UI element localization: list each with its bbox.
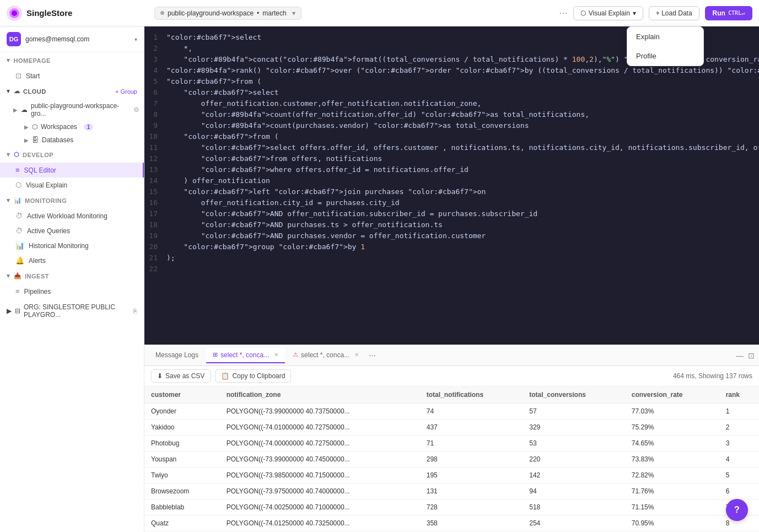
load-data-button[interactable]: + Load Data xyxy=(649,6,699,20)
historical-icon: 📊 xyxy=(15,241,24,250)
sidebar-item-visual-explain[interactable]: ⬡ Visual Explain xyxy=(0,178,144,192)
message-logs-label: Message Logs xyxy=(155,351,198,359)
topbar: SingleStore public-playground-workspace … xyxy=(0,0,759,26)
sidebar: DG gomes@memsql.com ▾ ▾ HOMEPAGE ⊡ Start… xyxy=(0,26,144,532)
code-line: 10 "color:#cba6f7">from ( xyxy=(144,131,759,142)
line-number: 17 xyxy=(144,208,166,219)
help-button[interactable]: ? xyxy=(726,499,748,521)
line-number: 11 xyxy=(144,142,166,153)
table-cell-rank: 3 xyxy=(719,436,759,452)
homepage-section-header[interactable]: ▾ HOMEPAGE xyxy=(0,52,144,68)
code-line: 8 "color:#89b4fa">count(offer_notificati… xyxy=(144,109,759,120)
table-header: customer notification_zone total_notific… xyxy=(144,386,759,404)
col-total-conversions: total_conversions xyxy=(523,386,625,404)
ingest-section-header[interactable]: ▾ 📥 INGEST xyxy=(0,268,144,284)
minimize-icon[interactable]: — xyxy=(736,351,744,360)
maximize-icon[interactable]: ⊡ xyxy=(748,351,755,360)
table-cell-total-conversions: 220 xyxy=(523,452,625,467)
tab-message-logs[interactable]: Message Logs xyxy=(149,348,205,363)
sidebar-item-active-workload[interactable]: ⏱ Active Workload Monitoring xyxy=(0,208,144,223)
workspace-status-dot xyxy=(160,11,164,15)
table-cell-total-notifications: 298 xyxy=(420,452,523,467)
line-content: "color:#cba6f7">select offers.offer_id, … xyxy=(166,142,759,153)
run-button[interactable]: Run CTRL↵ xyxy=(705,6,752,20)
tab-result-1-label: select *, conca... xyxy=(220,351,269,359)
table-cell-rank: 1 xyxy=(719,404,759,420)
table-cell-notification-zone: POLYGON((-73.97500000 40.74000000... xyxy=(220,483,420,499)
table-row: TwiyoPOLYGON((-73.98500000 40.71500000..… xyxy=(144,467,759,483)
databases-label: Databases xyxy=(42,136,73,144)
cloud-workspace-item[interactable]: ▶ ☁ public-playground-workspace-gro... ⚙ xyxy=(9,99,144,120)
workspace-selector[interactable]: public-playground-workspace • martech ▾ xyxy=(154,7,302,20)
add-group-button[interactable]: + Group xyxy=(115,88,137,95)
tab-result-1-close[interactable]: ✕ xyxy=(274,352,278,358)
table-row: BabbleblabPOLYGON((-74.00250000 40.71000… xyxy=(144,499,759,515)
line-number: 20 xyxy=(144,241,166,252)
sidebar-item-pipelines[interactable]: ≡ Pipelines xyxy=(0,284,144,299)
monitoring-section-header[interactable]: ▾ 📊 MONITORING xyxy=(0,192,144,208)
table-row: QuatzPOLYGON((-74.01250000 40.73250000..… xyxy=(144,515,759,531)
line-content: "color:#89b4fa">rank() "color:#cba6f7">o… xyxy=(166,65,759,76)
line-content: "color:#cba6f7">AND purchases.vendor = o… xyxy=(166,230,759,241)
start-icon: ⊡ xyxy=(15,72,21,80)
workspace-settings-icon[interactable]: ⚙ xyxy=(133,106,139,114)
org-copy-icon[interactable]: ⎘ xyxy=(133,308,137,314)
more-options-icon[interactable]: ⋯ xyxy=(559,8,568,18)
user-section[interactable]: DG gomes@memsql.com ▾ xyxy=(0,26,144,52)
tab-result-2[interactable]: ⚠ select *, conca... ✕ xyxy=(286,348,365,363)
sidebar-item-sql-editor[interactable]: ≡ SQL Editor xyxy=(0,163,144,178)
table-cell-notification-zone: POLYGON((-73.99000000 40.74500000... xyxy=(220,452,420,467)
develop-section-header[interactable]: ▾ ⬡ DEVELOP xyxy=(0,147,144,163)
database-name: martech xyxy=(262,9,286,17)
pipelines-icon: ≡ xyxy=(15,287,20,295)
table-cell-rank: 6 xyxy=(719,483,759,499)
cloud-section-title[interactable]: ▾ ☁ CLOUD xyxy=(7,88,46,95)
table-cell-customer: Oyonder xyxy=(144,404,220,420)
line-number: 14 xyxy=(144,175,166,186)
visual-explain-button[interactable]: ⬡ Visual Explain ▾ xyxy=(573,6,643,20)
visual-explain-sidebar-label: Visual Explain xyxy=(26,181,67,189)
pipelines-label: Pipelines xyxy=(24,288,51,295)
ingest-caret-icon: ▾ xyxy=(7,272,10,280)
table-cell-notification-zone: POLYGON((-74.01000000 40.72750000... xyxy=(220,420,420,436)
copy-clipboard-button[interactable]: 📋 Copy to Clipboard xyxy=(215,369,291,383)
sidebar-item-alerts[interactable]: 🔔 Alerts xyxy=(0,253,144,268)
dropdown-profile[interactable]: Profile xyxy=(627,46,703,66)
table-cell-total-notifications: 358 xyxy=(420,515,523,531)
results-table-wrap: customer notification_zone total_notific… xyxy=(144,386,759,532)
save-csv-button[interactable]: ⬇ Save as CSV xyxy=(151,369,211,383)
databases-icon: 🗄 xyxy=(32,136,39,144)
sidebar-item-historical[interactable]: 📊 Historical Monitoring xyxy=(0,238,144,253)
table-cell-customer: Photobug xyxy=(144,436,220,452)
col-conversion-rate: conversion_rate xyxy=(625,386,719,404)
line-content: "color:#89b4fa">count(purchases.vendor) … xyxy=(166,120,759,131)
table-cell-customer: Quatz xyxy=(144,515,220,531)
table-row: PhotobugPOLYGON((-74.00000000 40.7275000… xyxy=(144,436,759,452)
monitoring-label: MONITORING xyxy=(25,197,67,204)
line-number: 15 xyxy=(144,186,166,197)
sidebar-item-start[interactable]: ⊡ Start xyxy=(0,68,144,83)
tab-result-2-close[interactable]: ✕ xyxy=(354,352,359,358)
databases-item[interactable]: ▶ 🗄 Databases xyxy=(9,133,144,147)
dropdown-explain[interactable]: Explain xyxy=(627,27,703,46)
run-shortcut: CTRL↵ xyxy=(728,10,745,16)
org-item[interactable]: ▶ ⊟ ORG: SINGLESTORE PUBLIC PLAYGRO... ⎘ xyxy=(0,299,144,323)
line-number: 10 xyxy=(144,131,166,142)
historical-label: Historical Monitoring xyxy=(29,242,89,250)
workspaces-item[interactable]: ▶ ⬡ Workspaces 1 xyxy=(9,120,144,133)
code-line: 6 "color:#cba6f7">select xyxy=(144,87,759,98)
line-content: "color:#cba6f7">from offers, notificatio… xyxy=(166,153,759,164)
sidebar-item-active-queries[interactable]: ⏱ Active Queries xyxy=(0,223,144,238)
tab-more-button[interactable]: ⋯ xyxy=(369,351,376,359)
table-cell-rank: 4 xyxy=(719,452,759,467)
load-data-label: + Load Data xyxy=(656,9,692,17)
develop-label: DEVELOP xyxy=(23,152,53,158)
cloud-header: ▾ ☁ CLOUD + Group xyxy=(0,83,144,99)
databases-caret: ▶ xyxy=(24,137,29,143)
alerts-icon: 🔔 xyxy=(15,256,24,265)
code-line: 7 offer_notification.customer,offer_noti… xyxy=(144,98,759,109)
sql-editor[interactable]: 1"color:#cba6f7">select2 *,3 "color:#89b… xyxy=(144,26,759,345)
table-cell-conversion-rate: 70.95% xyxy=(625,515,719,531)
visual-explain-sidebar-icon: ⬡ xyxy=(15,181,21,189)
tab-result-1[interactable]: ⊞ select *, conca... ✕ xyxy=(206,348,285,363)
